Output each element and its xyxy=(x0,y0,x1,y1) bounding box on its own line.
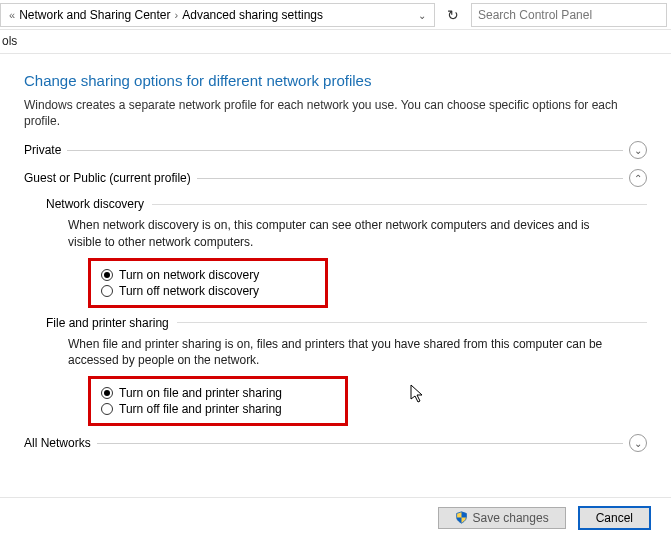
radio-file-printer-on[interactable]: Turn on file and printer sharing xyxy=(101,385,335,401)
footer: Save changes Cancel xyxy=(0,497,671,537)
divider xyxy=(67,150,623,151)
subsection-network-discovery: Network discovery xyxy=(46,197,647,211)
divider xyxy=(97,443,623,444)
radio-file-printer-off[interactable]: Turn off file and printer sharing xyxy=(101,401,335,417)
divider xyxy=(152,204,647,205)
refresh-icon: ↻ xyxy=(447,7,459,23)
section-private-label: Private xyxy=(24,143,61,157)
chevron-left-icon: « xyxy=(9,9,15,21)
network-discovery-description: When network discovery is on, this compu… xyxy=(68,217,625,249)
radio-label: Turn on file and printer sharing xyxy=(119,386,282,400)
radio-icon xyxy=(101,285,113,297)
chevron-up-icon[interactable]: ⌃ xyxy=(629,169,647,187)
subsection-file-printer-sharing: File and printer sharing xyxy=(46,316,647,330)
section-guest-public[interactable]: Guest or Public (current profile) ⌃ xyxy=(24,169,647,187)
section-guest-public-label: Guest or Public (current profile) xyxy=(24,171,191,185)
breadcrumb[interactable]: « Network and Sharing Center › Advanced … xyxy=(0,3,435,27)
file-printer-description: When file and printer sharing is on, fil… xyxy=(68,336,625,368)
toolbar: ols xyxy=(0,30,671,54)
refresh-button[interactable]: ↻ xyxy=(439,3,467,27)
radio-icon xyxy=(101,387,113,399)
network-discovery-radio-group: Turn on network discovery Turn off netwo… xyxy=(88,258,328,308)
chevron-down-icon[interactable]: ⌄ xyxy=(629,434,647,452)
breadcrumb-parent[interactable]: Network and Sharing Center xyxy=(19,8,170,22)
breadcrumb-dropdown[interactable]: ⌄ xyxy=(414,10,430,21)
page-description: Windows creates a separate network profi… xyxy=(24,97,647,129)
cancel-button-label: Cancel xyxy=(596,511,633,525)
shield-icon xyxy=(455,511,468,524)
chevron-down-icon[interactable]: ⌄ xyxy=(629,141,647,159)
save-button-label: Save changes xyxy=(473,511,549,525)
subsection-title-text: Network discovery xyxy=(46,197,144,211)
subsection-title-text: File and printer sharing xyxy=(46,316,169,330)
breadcrumb-current[interactable]: Advanced sharing settings xyxy=(182,8,323,22)
search-input[interactable]: Search Control Panel xyxy=(471,3,667,27)
page-title: Change sharing options for different net… xyxy=(24,72,647,89)
section-all-networks[interactable]: All Networks ⌄ xyxy=(24,434,647,452)
save-changes-button[interactable]: Save changes xyxy=(438,507,566,529)
divider xyxy=(177,322,647,323)
divider xyxy=(197,178,623,179)
radio-icon xyxy=(101,403,113,415)
chevron-right-icon: › xyxy=(175,9,179,21)
radio-label: Turn off network discovery xyxy=(119,284,259,298)
section-all-networks-label: All Networks xyxy=(24,436,91,450)
radio-network-discovery-off[interactable]: Turn off network discovery xyxy=(101,283,315,299)
radio-label: Turn on network discovery xyxy=(119,268,259,282)
file-printer-radio-group: Turn on file and printer sharing Turn of… xyxy=(88,376,348,426)
toolbar-text[interactable]: ols xyxy=(2,34,17,48)
cancel-button[interactable]: Cancel xyxy=(578,506,651,530)
radio-label: Turn off file and printer sharing xyxy=(119,402,282,416)
search-placeholder: Search Control Panel xyxy=(478,8,592,22)
radio-icon xyxy=(101,269,113,281)
radio-network-discovery-on[interactable]: Turn on network discovery xyxy=(101,267,315,283)
section-private[interactable]: Private ⌄ xyxy=(24,141,647,159)
